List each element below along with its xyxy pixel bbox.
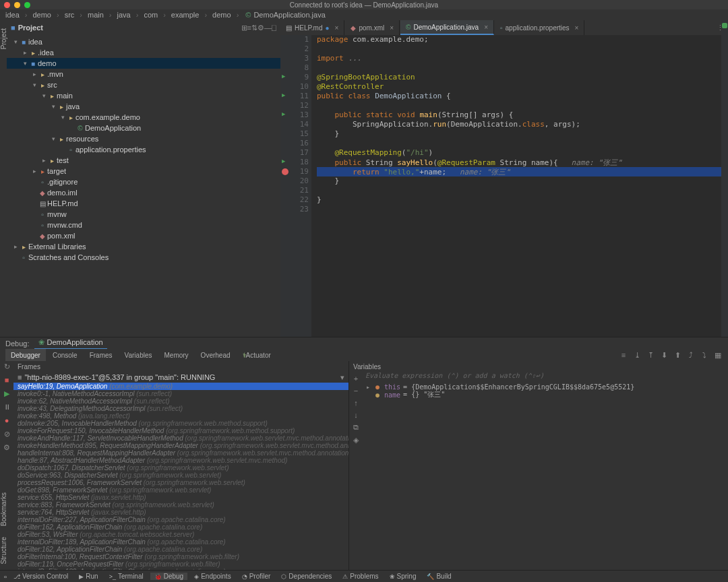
line-number[interactable]: 19	[280, 167, 309, 176]
code-line[interactable]: SpringApplication.run(DemoApplication.cl…	[317, 120, 728, 129]
line-number[interactable]: 12	[280, 101, 309, 110]
tree-node[interactable]: ▫.gitignore	[7, 176, 280, 187]
tree-twistie-icon[interactable]: ▸	[31, 168, 38, 174]
run-gutter-icon[interactable]: ▶	[282, 73, 285, 79]
run-gutter-icon[interactable]: ▶	[282, 158, 285, 164]
step-icon[interactable]: ≡	[619, 351, 628, 359]
bottom-tab-debug[interactable]: 🐞Debug	[150, 573, 187, 580]
close-window-icon[interactable]	[4, 2, 10, 8]
tree-node[interactable]: ◆pom.xml	[7, 230, 280, 241]
stack-frame[interactable]: doDispatch:1067, DispatcherServlet (org.…	[13, 464, 348, 472]
code-line[interactable]	[317, 139, 728, 148]
bottom-tab-run[interactable]: ▶Run	[75, 573, 102, 580]
tree-twistie-icon[interactable]: ▾	[40, 92, 47, 99]
tree-node[interactable]: ▫Scratches and Consoles	[7, 252, 280, 263]
code[interactable]: package com.example.demo; import ... @Sp…	[311, 35, 728, 337]
line-number[interactable]: 11▶	[280, 92, 309, 101]
stack-frame[interactable]: handleInternal:808, RequestMappingHandle…	[13, 449, 348, 457]
tree-node[interactable]: ▸▸.idea	[7, 47, 280, 58]
breadcrumb-file[interactable]: ©DemoApplication.java	[243, 11, 327, 19]
resume-icon[interactable]: ▶	[4, 389, 9, 399]
stack-frame[interactable]: invokeAndHandle:117, ServletInvocableHan…	[13, 434, 348, 442]
tree-node[interactable]: ▸▸.mvn	[7, 69, 280, 79]
line-number[interactable]: 20	[280, 176, 309, 186]
tree-node[interactable]: ▤HELP.md	[7, 198, 280, 209]
inspection-ok-icon[interactable]	[722, 23, 727, 28]
code-line[interactable]: import ...	[317, 54, 728, 63]
tree-node[interactable]: ▾▸src	[7, 79, 280, 90]
tree-twistie-icon[interactable]: ▾	[50, 135, 57, 142]
tree-node[interactable]: ▾▸java	[7, 101, 280, 112]
bottom-tab-profiler[interactable]: ◔Profiler	[238, 573, 275, 580]
code-line[interactable]: @RequestMapping("/hi")	[317, 148, 728, 158]
stack-frame[interactable]: doFilter:53, WsFilter (org.apache.tomcat…	[13, 531, 348, 538]
stack-frame[interactable]: handle:87, AbstractHandlerMethodAdapter …	[13, 457, 348, 464]
debug-subtab-overhead[interactable]: Overhead	[195, 349, 236, 361]
bottom-tab-version-control[interactable]: ⎇Version Control	[9, 573, 72, 580]
stack-frame[interactable]: doFilter:162, ApplicationFilterChain (or…	[13, 523, 348, 531]
breadcrumb-item[interactable]: main	[86, 11, 105, 19]
tree-twistie-icon[interactable]: ▾	[31, 82, 38, 88]
close-tab-icon[interactable]: ×	[390, 24, 394, 32]
breakpoint-icon[interactable]	[282, 168, 289, 175]
breadcrumb-item[interactable]: com	[142, 11, 159, 19]
tree-node[interactable]: ◆demo.iml	[7, 187, 280, 198]
line-number[interactable]: 16	[280, 139, 309, 148]
line-number[interactable]: 10	[280, 82, 309, 92]
mute-breakpoints-icon[interactable]: ⊘	[4, 430, 10, 439]
code-line[interactable]	[317, 205, 728, 214]
code-line[interactable]: @RestController	[317, 82, 728, 92]
code-line[interactable]: public static void main(String[] args) {	[317, 110, 728, 120]
tree-twistie-icon[interactable]: ▾	[22, 60, 28, 67]
tree-node[interactable]: ▫mvnw.cmd	[7, 220, 280, 230]
code-line[interactable]	[317, 44, 728, 54]
line-number[interactable]: 17	[280, 148, 309, 158]
line-number[interactable]: 15	[280, 129, 309, 139]
variables-content[interactable]: Evaluate expression (⌃) or add a watch (…	[363, 372, 728, 575]
code-line[interactable]: @SpringBootApplication	[317, 73, 728, 82]
stack-frame[interactable]: service:764, HttpServlet (javax.servlet.…	[13, 509, 348, 516]
actuator-tab[interactable]: ⚕ Actuator	[237, 349, 276, 361]
run-gutter-icon[interactable]: ▶	[282, 92, 285, 98]
toolbar-icon[interactable]: ⊞	[241, 24, 247, 32]
step-icon[interactable]: ▦	[713, 351, 723, 360]
code-line[interactable]: return "hello,"+name; name: "张三"	[317, 167, 728, 176]
stack-frame[interactable]: doService:963, DispatcherServlet (org.sp…	[13, 472, 348, 479]
debug-config-tab[interactable]: ❀DemoApplication	[34, 337, 107, 350]
close-tab-icon[interactable]: ×	[575, 24, 579, 32]
evaluate-expression-input[interactable]: Evaluate expression (⌃) or add a watch (…	[363, 372, 728, 383]
bottom-tab-dependencies[interactable]: ⬡Dependencies	[277, 573, 336, 580]
tree-node[interactable]: ▸▸External Libraries	[7, 241, 280, 252]
stack-frame[interactable]: service:655, HttpServlet (javax.servlet.…	[13, 494, 348, 501]
stack-frame[interactable]: doFilter:162, ApplicationFilterChain (or…	[13, 546, 348, 553]
line-number[interactable]: 22	[280, 195, 309, 205]
code-line[interactable]: }	[317, 129, 728, 139]
stack-frame[interactable]: doFilterInternal:100, RequestContextFilt…	[13, 553, 348, 560]
stack-frame[interactable]: internalDoFilter:227, ApplicationFilterC…	[13, 516, 348, 523]
editor-tab[interactable]: ▤HELP.md●×	[280, 20, 344, 35]
close-tab-icon[interactable]: ×	[484, 24, 488, 31]
step-icon[interactable]: ⤴	[686, 351, 696, 359]
line-number[interactable]: 1	[280, 35, 309, 44]
minimize-window-icon[interactable]	[14, 2, 20, 8]
bottom-tab-spring[interactable]: ❀Spring	[386, 573, 421, 580]
zoom-window-icon[interactable]	[24, 2, 30, 8]
tree-twistie-icon[interactable]: ▾	[12, 38, 19, 45]
stop-icon[interactable]: ■	[5, 376, 9, 385]
run-gutter-icon[interactable]: ▶	[282, 110, 285, 117]
up-icon[interactable]: ↑	[354, 399, 358, 407]
tree-twistie-icon[interactable]: ▸	[31, 71, 38, 77]
variable-row[interactable]: ●name = {} "张三"	[363, 391, 728, 399]
step-icon[interactable]: ⤵	[700, 351, 709, 359]
breadcrumb-item[interactable]: demo	[31, 11, 53, 19]
code-line[interactable]: public String sayHello(@RequestParam Str…	[317, 158, 728, 167]
debug-subtab-variables[interactable]: Variables	[119, 349, 158, 361]
remove-watch-icon[interactable]: −	[354, 387, 358, 395]
code-line[interactable]: public class DemoApplication {	[317, 92, 728, 101]
stack-frame[interactable]: doGet:898, FrameworkServlet (org.springf…	[13, 486, 348, 494]
toolbar-icon[interactable]: ⇅	[251, 24, 257, 32]
debug-subtab-memory[interactable]: Memory	[158, 349, 193, 361]
pause-icon[interactable]: ⏸	[3, 403, 11, 412]
line-number[interactable]: 13▶	[280, 110, 309, 120]
tree-twistie-icon[interactable]: ▸	[22, 49, 28, 56]
